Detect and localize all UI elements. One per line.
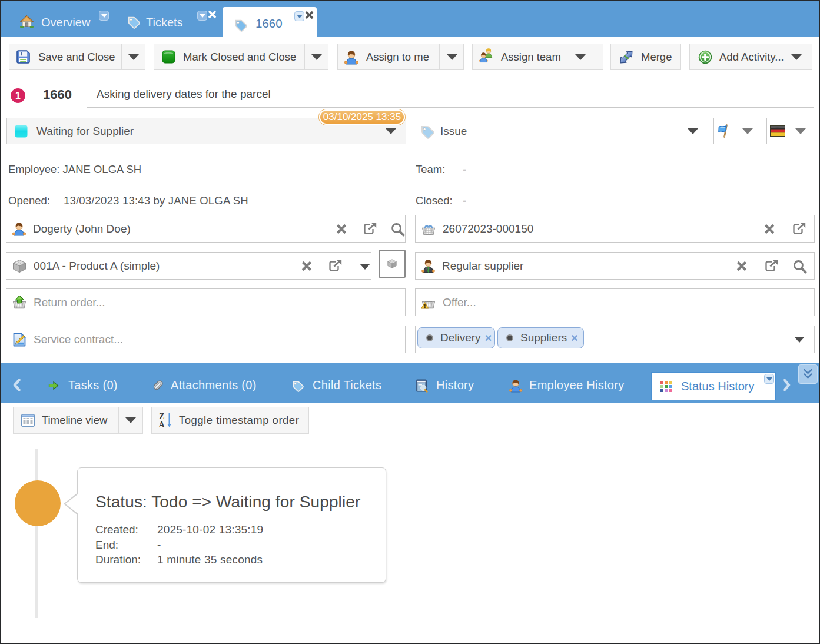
svg-text:A: A [159, 420, 165, 429]
svg-text:Z: Z [159, 412, 164, 421]
